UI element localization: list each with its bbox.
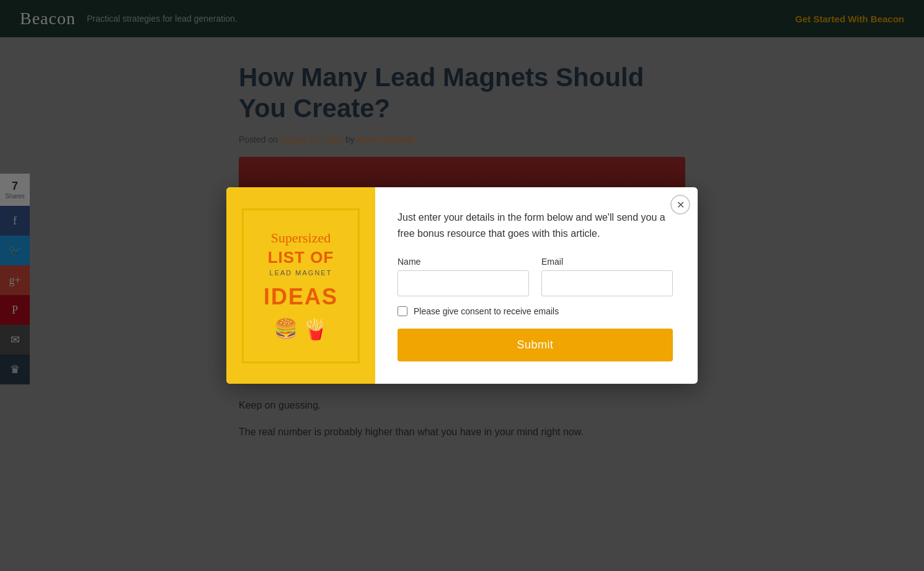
email-label: Email xyxy=(541,257,673,267)
email-input[interactable] xyxy=(541,270,673,296)
name-label: Name xyxy=(398,257,529,267)
book-line3: LEAD MAGNET xyxy=(270,269,332,277)
consent-checkbox[interactable] xyxy=(398,306,407,316)
submit-button[interactable]: Submit xyxy=(398,329,673,361)
modal-dialog: ✕ Supersized LIST OF LEAD MAGNET IDEAS 🍔… xyxy=(226,187,698,383)
modal-overlay[interactable]: ✕ Supersized LIST OF LEAD MAGNET IDEAS 🍔… xyxy=(0,37,924,571)
book-icons: 🍔 🍟 xyxy=(273,317,328,341)
burger-icon: 🍔 xyxy=(273,317,298,341)
form-fields-row: Name Email xyxy=(398,257,673,296)
consent-label[interactable]: Please give consent to receive emails xyxy=(414,306,559,316)
modal-book-panel: Supersized LIST OF LEAD MAGNET IDEAS 🍔 🍟 xyxy=(226,187,375,383)
page-background: 7 Shares f 🐦 g+ P ✉ ♛ How Many Lead Magn… xyxy=(0,37,924,571)
modal-description: Just enter your details in the form belo… xyxy=(398,210,673,241)
book-line4: IDEAS xyxy=(264,284,338,310)
name-form-group: Name xyxy=(398,257,529,296)
book-cover: Supersized LIST OF LEAD MAGNET IDEAS 🍔 🍟 xyxy=(242,208,360,363)
book-line2: LIST OF xyxy=(268,249,334,267)
name-input[interactable] xyxy=(398,270,529,296)
book-line1: Supersized xyxy=(271,230,331,246)
email-form-group: Email xyxy=(541,257,673,296)
consent-row: Please give consent to receive emails xyxy=(398,306,673,316)
fries-icon: 🍟 xyxy=(303,317,328,341)
modal-form-panel: Just enter your details in the form belo… xyxy=(375,187,698,383)
